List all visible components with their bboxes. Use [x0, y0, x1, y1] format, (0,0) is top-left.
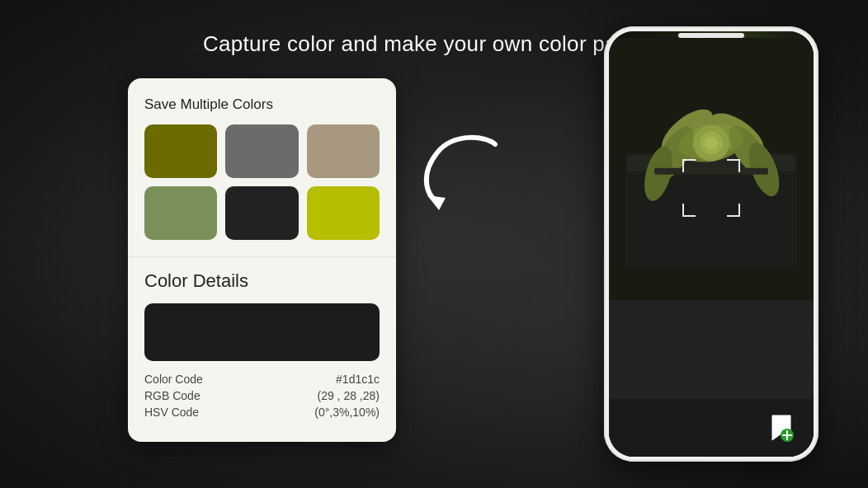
color-details-title: Color Details: [144, 270, 380, 292]
color-preview-swatch: [144, 303, 380, 361]
color-code-label: Color Code: [144, 373, 203, 386]
color-info-table: Color Code #1d1c1c RGB Code (29 , 28 ,28…: [144, 373, 380, 419]
phone-screen: [609, 31, 814, 457]
color-swatch-4[interactable]: [144, 186, 217, 240]
rgb-label: RGB Code: [144, 389, 200, 402]
color-swatches-grid: [144, 124, 380, 240]
color-swatch-6[interactable]: [307, 186, 380, 240]
reticle-corner-br: [727, 204, 740, 217]
color-swatch-5[interactable]: [225, 186, 298, 240]
reticle-corner-tr: [727, 159, 740, 172]
color-code-value: #1d1c1c: [336, 373, 380, 386]
divider: [128, 256, 396, 257]
phone-bottom-bar: [609, 399, 814, 457]
fabric-texture: [609, 300, 814, 399]
hsv-label: HSV Code: [144, 406, 199, 419]
save-color-button[interactable]: [766, 412, 797, 443]
reticle-corner-bl: [682, 204, 696, 217]
svg-marker-0: [427, 195, 446, 210]
camera-view: [609, 31, 814, 457]
curved-arrow-icon: [404, 128, 512, 210]
save-section-title: Save Multiple Colors: [144, 96, 380, 113]
hsv-value: (0°,3%,10%): [314, 406, 380, 419]
reticle-corner-tl: [682, 159, 696, 172]
color-code-row: Color Code #1d1c1c: [144, 373, 380, 386]
rgb-code-row: RGB Code (29 , 28 ,28): [144, 389, 380, 402]
arrow-container: [404, 128, 512, 214]
rgb-value: (29 , 28 ,28): [318, 389, 380, 402]
hsv-code-row: HSV Code (0°,3%,10%): [144, 406, 380, 419]
color-swatch-2[interactable]: [225, 124, 298, 178]
color-swatch-3[interactable]: [307, 124, 380, 178]
phone-mockup: [604, 26, 818, 462]
color-palette-card: Save Multiple Colors Color Details Color…: [128, 78, 396, 442]
phone-notch: [678, 33, 744, 38]
bookmark-plus-icon: [769, 414, 794, 442]
color-swatch-1[interactable]: [144, 124, 217, 178]
focus-reticle: [682, 159, 740, 217]
